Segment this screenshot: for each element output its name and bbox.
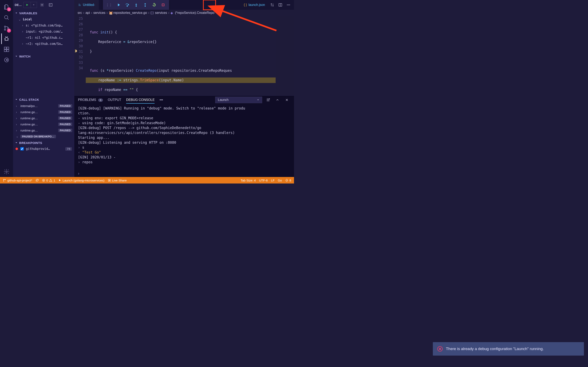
svg-rect-17 xyxy=(162,4,164,6)
debug-toolbar[interactable]: ⋮⋮ xyxy=(103,0,169,10)
callstack-row[interactable]: ›runtime.go…PAUSED xyxy=(13,127,74,133)
tab-untitled[interactable]: Untitled- xyxy=(74,0,99,10)
panel-tab-output[interactable]: OUTPUT xyxy=(108,96,121,103)
svg-point-21 xyxy=(289,4,290,5)
svg-point-16 xyxy=(145,6,146,7)
callstack-header[interactable]: CALL STACK xyxy=(13,96,74,103)
watch-header[interactable]: WATCH xyxy=(13,53,74,59)
variables-scope-local[interactable]: ⌄Local xyxy=(13,16,74,22)
close-panel-button[interactable] xyxy=(283,96,290,103)
breakpoint-dot-icon xyxy=(16,148,18,150)
annotation-box xyxy=(203,0,216,10)
start-debug-button[interactable] xyxy=(24,2,31,8)
debug-console-body[interactable]: [GIN-debug] [WARNING] Running in "debug"… xyxy=(74,104,294,170)
svg-point-23 xyxy=(3,181,4,182)
panel-tabs-more[interactable]: ••• xyxy=(159,98,163,102)
code-editor[interactable]: 252627282930 31 323334 func init() { Rep… xyxy=(74,16,294,95)
status-live-share[interactable]: Live Share xyxy=(108,179,127,182)
svg-point-2 xyxy=(4,29,6,30)
svg-rect-12 xyxy=(49,3,52,6)
breakpoints-header[interactable]: BREAKPOINTS xyxy=(13,140,74,146)
variables-header[interactable]: VARIABLES xyxy=(13,10,74,16)
status-encoding[interactable]: UTF-8 xyxy=(259,179,268,182)
code-body[interactable]: func init() { RepoService = &repoService… xyxy=(86,16,276,95)
debug-console-input[interactable]: › xyxy=(74,170,294,177)
svg-rect-5 xyxy=(4,47,6,49)
line-gutter: 252627282930 31 323334 xyxy=(74,16,86,95)
status-problems[interactable]: 0 1 xyxy=(42,179,55,182)
activity-settings[interactable] xyxy=(1,166,12,177)
debug-sidebar: DE… VARIABLES ⌄Local xyxy=(13,0,74,177)
debug-config-dropdown[interactable] xyxy=(31,2,37,8)
step-over-button[interactable] xyxy=(123,1,131,9)
callstack-row[interactable]: ›runtime.go…PAUSED xyxy=(13,121,74,127)
svg-point-0 xyxy=(4,16,8,19)
callstack-row[interactable]: ›runtime.go…PAUSED xyxy=(13,109,74,115)
activity-scm[interactable]: 7 xyxy=(1,23,12,33)
problems-count: 1 xyxy=(98,99,103,102)
variable-row[interactable]: ›input: <github.com/… xyxy=(13,29,74,35)
activity-explorer[interactable]: 1 xyxy=(1,2,12,12)
explorer-badge: 1 xyxy=(7,7,11,11)
go-file-icon: 🐹 xyxy=(109,11,112,15)
status-launch[interactable]: Launch (golang-microservices) xyxy=(58,179,104,182)
split-editor-icon[interactable] xyxy=(277,1,284,8)
svg-point-22 xyxy=(3,179,4,180)
bottom-panel: PROBLEMS 1 OUTPUT DEBUG CONSOLE ••• Laun… xyxy=(74,95,294,177)
variable-row[interactable]: ~r1: nil <*github.c… xyxy=(13,35,74,41)
callstack-row[interactable]: ›internal/po…PAUSED xyxy=(13,103,74,109)
svg-point-20 xyxy=(288,4,289,5)
svg-point-15 xyxy=(136,6,137,7)
svg-point-14 xyxy=(127,6,128,6)
status-bar: github-api-project* 0 1 Launch (golang-m… xyxy=(0,177,294,184)
scm-badge: 7 xyxy=(7,29,11,33)
step-out-button[interactable] xyxy=(141,1,149,9)
status-branch[interactable]: github-api-project* xyxy=(3,179,32,182)
sidebar-title: DE… xyxy=(15,3,22,7)
status-tab-size[interactable]: Tab Size: 4 xyxy=(241,179,256,182)
svg-point-19 xyxy=(287,4,288,5)
tab-launch-json[interactable]: { } launch.json xyxy=(240,0,269,10)
minimap[interactable] xyxy=(276,16,294,95)
more-actions-icon[interactable] xyxy=(285,1,292,8)
continue-button[interactable] xyxy=(114,1,122,9)
svg-rect-8 xyxy=(7,47,9,49)
activity-live-share[interactable] xyxy=(1,55,12,65)
callstack-row[interactable]: ›runtime.go…PAUSED xyxy=(13,115,74,121)
chevron-down-icon xyxy=(257,99,259,101)
activity-extensions[interactable] xyxy=(1,44,12,55)
step-into-button[interactable] xyxy=(132,1,140,9)
svg-rect-7 xyxy=(7,50,9,52)
svg-point-4 xyxy=(5,38,8,41)
stop-button[interactable] xyxy=(159,1,167,9)
breadcrumbs[interactable]: src› api› services› 🐹 repositories_servi… xyxy=(74,10,294,16)
variable-row[interactable]: ›~r2: <github.com/So… xyxy=(13,41,74,47)
svg-point-10 xyxy=(6,171,7,173)
compare-changes-icon[interactable] xyxy=(269,1,276,8)
panel-tab-problems[interactable]: PROBLEMS 1 xyxy=(78,96,103,103)
namespace-icon: { } xyxy=(150,11,154,15)
debug-session-select[interactable]: Launch xyxy=(215,97,262,103)
svg-point-1 xyxy=(4,26,6,27)
activity-debug[interactable] xyxy=(1,33,12,44)
panel-tab-debug-console[interactable]: DEBUG CONSOLE xyxy=(126,96,155,103)
breakpoint-checkbox[interactable] xyxy=(20,147,24,150)
collapse-panel-button[interactable] xyxy=(274,96,281,103)
status-language[interactable]: Go xyxy=(278,179,282,182)
drag-grip-icon[interactable]: ⋮⋮ xyxy=(104,3,113,7)
breakpoint-row[interactable]: githubprovid… 73 xyxy=(13,146,74,152)
callstack-reason[interactable]: ⌄PAUSED ON BREAKPO… xyxy=(13,133,74,140)
variable-row[interactable]: ›s: <*github.com/Sop… xyxy=(13,22,74,29)
activity-search[interactable] xyxy=(1,12,12,23)
status-eol[interactable]: LF xyxy=(271,179,275,182)
current-line-glyph xyxy=(74,49,78,53)
editor-area: ⋮⋮ Untitled- { } launch.json xyxy=(74,0,294,177)
activity-bar: 1 7 xyxy=(0,0,13,177)
restart-button[interactable] xyxy=(150,1,158,9)
method-icon: ◈ xyxy=(171,11,174,15)
settings-icon[interactable] xyxy=(39,1,45,8)
status-notifications[interactable]: 8 xyxy=(285,179,291,182)
console-icon[interactable] xyxy=(47,1,54,8)
clear-console-button[interactable] xyxy=(265,96,272,103)
status-sync[interactable] xyxy=(35,179,39,182)
